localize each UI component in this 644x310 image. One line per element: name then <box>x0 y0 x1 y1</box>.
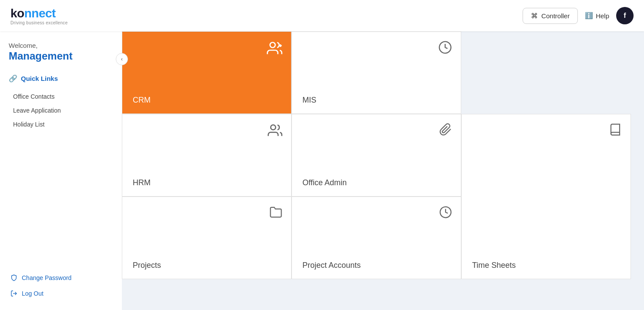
change-password-label: Change Password <box>22 274 71 281</box>
avatar[interactable]: f <box>616 7 634 24</box>
logo-suffix: nnect <box>24 7 56 20</box>
sidebar-bottom: Change Password Log Out <box>9 272 113 300</box>
help-icon: ℹ️ <box>585 12 593 20</box>
logout-item[interactable]: Log Out <box>9 287 113 300</box>
header-right: ⌘ Controller ℹ️ Help f <box>523 7 634 24</box>
logo-prefix: ko <box>10 7 24 20</box>
welcome-name: Management <box>9 50 113 62</box>
tile-office-admin[interactable]: Office Admin <box>292 114 461 197</box>
tile-label-crm: CRM <box>133 96 281 105</box>
tile-label-projects: Projects <box>133 261 281 270</box>
crm-icon <box>267 40 282 58</box>
tile-hrm[interactable]: HRM <box>122 114 292 197</box>
tile-grid: CRM MIS <box>122 31 644 279</box>
help-label: Help <box>596 12 609 20</box>
clock-icon <box>439 206 452 220</box>
logo: konnect Driving business excellence <box>10 7 68 25</box>
tile-timesheets[interactable]: Project Accounts <box>292 197 461 279</box>
tile-label-project-accounts: Time Sheets <box>472 261 620 270</box>
help-button[interactable]: ℹ️ Help <box>585 12 609 20</box>
folder-icon <box>269 206 282 220</box>
sidebar-link-office-contacts[interactable]: Office Contacts <box>9 90 113 103</box>
controller-label: Controller <box>541 12 570 20</box>
logout-icon <box>10 290 17 297</box>
sidebar-link-holiday-list[interactable]: Holiday List <box>9 117 113 131</box>
quick-links-header: 🔗 Quick Links <box>9 74 113 83</box>
link-icon: 🔗 <box>9 74 17 83</box>
tile-label-mis: MIS <box>302 96 450 105</box>
layout: ‹ Welcome, Management 🔗 Quick Links Offi… <box>0 31 644 310</box>
paperclip-icon <box>439 123 452 138</box>
tile-label-office-admin: Office Admin <box>302 178 450 187</box>
logout-label: Log Out <box>22 290 44 297</box>
sidebar-link-leave-application[interactable]: Leave Application <box>9 103 113 117</box>
sidebar: ‹ Welcome, Management 🔗 Quick Links Offi… <box>0 31 122 310</box>
tile-label-timesheets: Project Accounts <box>302 261 450 270</box>
hrm-icon <box>268 123 282 140</box>
controller-icon: ⌘ <box>531 12 538 20</box>
tile-mis[interactable]: MIS <box>292 31 461 114</box>
change-password-item[interactable]: Change Password <box>9 272 113 284</box>
controller-button[interactable]: ⌘ Controller <box>523 8 578 24</box>
tile-project-accounts[interactable]: Time Sheets <box>461 114 631 279</box>
svg-point-5 <box>271 125 275 130</box>
tile-crm[interactable]: CRM <box>122 31 292 114</box>
header: konnect Driving business excellence ⌘ Co… <box>0 0 644 31</box>
welcome-text: Welcome, <box>9 42 113 49</box>
tile-label-hrm: HRM <box>133 178 281 187</box>
svg-point-1 <box>270 43 275 48</box>
shield-icon <box>10 274 17 281</box>
main-content: CRM MIS <box>122 31 644 310</box>
tile-projects[interactable]: Projects <box>122 197 292 279</box>
book-icon <box>609 123 622 138</box>
quick-links-label: Quick Links <box>21 75 58 82</box>
logo-name: konnect <box>10 7 68 20</box>
sidebar-toggle[interactable]: ‹ <box>116 53 128 65</box>
mis-icon <box>438 40 452 56</box>
logo-tagline: Driving business excellence <box>10 20 68 25</box>
avatar-initial: f <box>624 12 626 20</box>
